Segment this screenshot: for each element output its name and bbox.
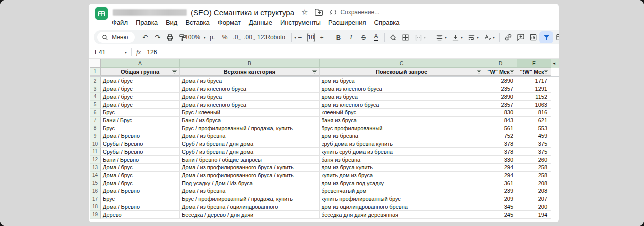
cell-E9[interactable]: 459 bbox=[517, 132, 551, 140]
menu-item-format[interactable]: Формат bbox=[214, 18, 245, 27]
insert-chart-button[interactable] bbox=[527, 31, 539, 43]
cell-D8[interactable]: 561 bbox=[484, 124, 517, 132]
cell-D5[interactable]: 2357 bbox=[484, 101, 517, 109]
cell-B19[interactable]: Беседка / дерево / для дачи bbox=[180, 211, 320, 219]
increase-decimal-button[interactable]: .00→ bbox=[244, 31, 256, 43]
cell-C15[interactable]: дом из бруса под усадку bbox=[320, 179, 484, 187]
cell-C18[interactable]: дом из оцилиндрованного бревна bbox=[320, 203, 484, 211]
cell-E13[interactable]: 258 bbox=[517, 164, 551, 172]
row-number[interactable]: 14 bbox=[90, 172, 101, 180]
column-header-a[interactable]: A bbox=[101, 59, 180, 68]
column-header-e[interactable]: E bbox=[517, 59, 551, 68]
cell-C7[interactable]: баня из бруса bbox=[320, 117, 484, 125]
cell-B18[interactable]: Дома / из бревна / оцилиндрованного bbox=[180, 203, 320, 211]
header-cell-query[interactable]: Поисковый запрос bbox=[320, 68, 484, 76]
row-number[interactable]: 17 bbox=[90, 195, 101, 203]
cell-C14[interactable]: купить дом из бруса bbox=[320, 172, 484, 180]
cell-A14[interactable]: Дома / брус bbox=[101, 172, 180, 180]
cell-E14[interactable]: 258 bbox=[517, 172, 551, 180]
cell-D17[interactable]: 209 bbox=[484, 195, 517, 203]
text-rotation-button[interactable]: ▾ bbox=[481, 31, 497, 43]
google-sheets-logo[interactable] bbox=[95, 7, 108, 20]
column-filter-icon[interactable] bbox=[476, 70, 482, 74]
cell-E12[interactable]: 260 bbox=[517, 156, 551, 164]
decrease-font-size-button[interactable]: − bbox=[294, 31, 306, 43]
cell-D11[interactable]: 378 bbox=[484, 148, 517, 156]
menu-item-edit[interactable]: Правка bbox=[132, 18, 162, 27]
cell-B2[interactable]: Дома / из бруса bbox=[180, 77, 320, 85]
cell-E17[interactable]: 207 bbox=[517, 195, 551, 203]
cell-C16[interactable]: бревенчатый дом bbox=[320, 187, 484, 195]
text-color-button[interactable]: A bbox=[370, 31, 382, 43]
cell-B16[interactable]: Дома / из бревна bbox=[180, 187, 320, 195]
menu-item-extensions[interactable]: Расширения bbox=[324, 18, 370, 27]
filter-button[interactable] bbox=[539, 31, 553, 43]
cell-E6[interactable]: 816 bbox=[517, 109, 551, 117]
filter-views-button[interactable] bbox=[553, 31, 559, 43]
header-cell-group[interactable]: Общая группа bbox=[101, 68, 180, 76]
cell-C10[interactable]: сруб дома из бревна купить bbox=[320, 140, 484, 148]
cell-A13[interactable]: Дома / брус bbox=[101, 164, 180, 172]
column-header-b[interactable]: B bbox=[180, 59, 320, 68]
row-number[interactable]: 10 bbox=[90, 140, 101, 148]
row-number[interactable]: 2 bbox=[90, 77, 101, 85]
italic-button[interactable]: I bbox=[345, 31, 357, 43]
column-header-d[interactable]: D bbox=[484, 59, 517, 68]
cell-C9[interactable]: дом из бревна bbox=[320, 132, 484, 140]
cell-D9[interactable]: 752 bbox=[484, 132, 517, 140]
print-button[interactable] bbox=[164, 31, 176, 43]
cell-E2[interactable]: 1717 bbox=[517, 77, 551, 85]
cell-C8[interactable]: брус профилированный bbox=[320, 124, 484, 132]
menu-item-help[interactable]: Справка bbox=[370, 18, 404, 27]
percent-format-button[interactable]: % bbox=[219, 31, 231, 43]
cell-A10[interactable]: Срубы / Бревно bbox=[101, 140, 180, 148]
cell-A2[interactable]: Дома / брус bbox=[101, 77, 180, 85]
menu-item-insert[interactable]: Вставка bbox=[181, 18, 213, 27]
cell-B9[interactable]: Дома / из бревна bbox=[180, 132, 320, 140]
cell-D12[interactable]: 330 bbox=[484, 156, 517, 164]
cell-D19[interactable]: 245 bbox=[484, 211, 517, 219]
row-number[interactable]: 1 bbox=[90, 68, 101, 76]
column-filter-icon[interactable] bbox=[172, 70, 177, 74]
row-number[interactable]: 18 bbox=[90, 203, 101, 211]
cell-D3[interactable]: 2357 bbox=[484, 85, 517, 93]
header-cell-category[interactable]: Верхняя категория bbox=[180, 68, 320, 76]
row-number[interactable]: 12 bbox=[90, 156, 101, 164]
cell-D18[interactable]: 345 bbox=[484, 203, 517, 211]
cell-D14[interactable]: 294 bbox=[484, 172, 517, 180]
document-title[interactable]: (SEO) Семантика и структура bbox=[191, 8, 294, 17]
cell-E3[interactable]: 1291 bbox=[517, 85, 551, 93]
cell-E7[interactable]: 621 bbox=[517, 117, 551, 125]
move-to-folder-icon[interactable] bbox=[315, 9, 323, 16]
cell-E10[interactable]: 375 bbox=[517, 140, 551, 148]
cell-B13[interactable]: Дома / из профилированного бруса / купит… bbox=[180, 164, 320, 172]
cell-B3[interactable]: Дома / из клееного бруса bbox=[180, 85, 320, 93]
cell-A7[interactable]: Бани / Брус bbox=[101, 117, 180, 125]
currency-format-button[interactable]: р. bbox=[206, 31, 219, 43]
column-filter-icon[interactable] bbox=[543, 70, 549, 74]
cell-D15[interactable]: 361 bbox=[484, 179, 517, 187]
cell-C2[interactable]: дом из бруса bbox=[320, 77, 484, 85]
cell-B10[interactable]: Сруб / из бревна / для дома bbox=[180, 140, 320, 148]
cell-C4[interactable]: дома из бруса bbox=[320, 93, 484, 101]
column-header-c[interactable]: C bbox=[320, 59, 484, 68]
row-number[interactable]: 5 bbox=[90, 101, 101, 109]
cell-C19[interactable]: беседка для дачи деревянная bbox=[320, 211, 484, 219]
row-number[interactable]: 9 bbox=[90, 132, 101, 140]
cell-E15[interactable]: 208 bbox=[517, 179, 551, 187]
cell-B17[interactable]: Брус / профилированный / продажа, купить bbox=[180, 195, 320, 203]
toolbar-search[interactable]: Меню bbox=[97, 32, 135, 43]
undo-button[interactable]: ↶ bbox=[139, 31, 151, 43]
bold-button[interactable]: B bbox=[332, 31, 345, 43]
cell-B7[interactable]: Баня / из бруса bbox=[180, 117, 320, 125]
cell-E19[interactable]: 194 bbox=[517, 211, 551, 219]
row-number[interactable]: 16 bbox=[90, 187, 101, 195]
cell-C6[interactable]: клееный брус bbox=[320, 109, 484, 117]
row-number[interactable]: 8 bbox=[90, 124, 101, 132]
redo-button[interactable]: ↷ bbox=[151, 31, 164, 43]
cell-B11[interactable]: Сруб / из бревна / для дома bbox=[180, 148, 320, 156]
row-number[interactable]: 19 bbox=[90, 211, 101, 219]
horizontal-align-button[interactable]: ▾ bbox=[433, 31, 449, 43]
cell-E8[interactable]: 553 bbox=[517, 124, 551, 132]
cell-A6[interactable]: Брус bbox=[101, 109, 180, 117]
